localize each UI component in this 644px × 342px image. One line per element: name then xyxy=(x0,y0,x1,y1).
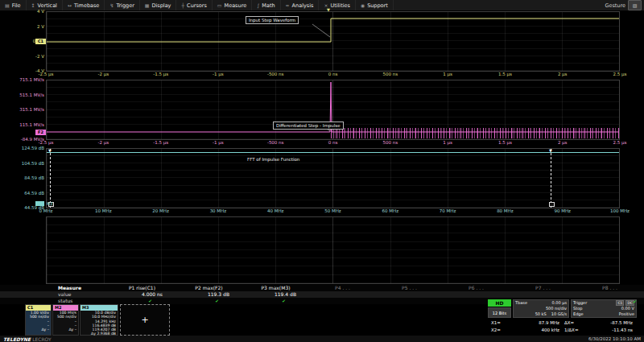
trigger-label: Trigger xyxy=(573,300,587,306)
menu-item-label: Math xyxy=(262,2,275,9)
x-tick-label: 1 µs xyxy=(431,72,464,76)
menu-item[interactable]: ▦ Display xyxy=(140,0,177,10)
x-tick-label: 0 ns xyxy=(317,140,349,145)
cursor-x2-line[interactable]: ▼ xyxy=(50,149,51,208)
c1-trace-label: Input Step Waveform xyxy=(246,16,299,24)
grid3-x-axis: 0 MHz10 MHz20 MHz30 MHz40 MHz50 MHz60 MH… xyxy=(46,208,620,215)
measure-column[interactable]: P1 rise(C1) 4.000 ns ✔ xyxy=(109,285,175,304)
measure-header[interactable]: P6 . . . xyxy=(443,285,510,291)
measure-header[interactable]: P8 . . . xyxy=(576,285,643,291)
trigger-source-badge: C1 xyxy=(616,300,624,306)
cursor-handle-icon[interactable]: ▼ xyxy=(48,148,52,153)
x-tick-label: 2.5 µs xyxy=(604,140,636,145)
measure-column[interactable]: P5 . . . xyxy=(376,285,443,304)
descriptor-c1-title[interactable]: C1 xyxy=(26,305,51,311)
cursor-handle-icon[interactable]: ▼ xyxy=(549,148,552,153)
measure-status-icon: ✔ xyxy=(117,298,184,304)
measure-status-icon xyxy=(317,298,384,304)
cursor-dx-label: ΔX= xyxy=(564,319,574,327)
cursor-x1-label: X1= xyxy=(491,319,501,327)
timebase-descriptor[interactable]: Tbase 0.00 µs 500 ns/div 50 kS 10 GS/s xyxy=(513,299,569,318)
m3-level-marker[interactable] xyxy=(35,201,44,206)
menu-item-label: Trigger xyxy=(116,2,134,9)
menu-item-icon: ↕ xyxy=(31,2,35,8)
measure-column[interactable]: P3 max(M3) 119.4 dB ✔ xyxy=(242,285,309,304)
measure-header[interactable]: P5 . . . xyxy=(376,285,443,291)
measure-status-icon xyxy=(384,298,451,304)
measure-column[interactable]: P2 max(F2) 119.3 dB ✔ xyxy=(175,285,242,304)
trigger-type: Edge xyxy=(573,311,584,317)
measure-column[interactable]: P4 . . . xyxy=(309,285,376,304)
y-tick-label: 64.59 dB xyxy=(24,191,44,196)
menu-item-label: Cursors xyxy=(187,2,207,9)
f2-impulse-trace xyxy=(47,80,619,139)
x-tick-label: 90 MHz xyxy=(547,208,579,213)
tbase-label: Tbase xyxy=(515,300,527,306)
grid-panel-c1: Input Step Waveform xyxy=(46,11,620,72)
tbase-rate: 10 GS/s xyxy=(551,311,567,317)
measure-header[interactable]: P3 max(M3) xyxy=(242,285,309,291)
trigger-level: 0.00 V xyxy=(621,306,634,311)
menu-item[interactable]: ∫ Math xyxy=(252,0,280,10)
status-bar: TELEDYNE LECROY 6/30/2022 10:10:10 AM xyxy=(0,336,644,342)
cursor-handle[interactable] xyxy=(549,202,555,207)
measure-value xyxy=(510,291,576,298)
brand-teledyne: TELEDYNE xyxy=(3,336,31,342)
cursor-x1-value: 87.9 MHz xyxy=(539,319,559,327)
descriptor-line: Δy – xyxy=(26,328,51,332)
menu-item-icon: ∫ xyxy=(257,2,259,8)
cursor-x2-label: X2= xyxy=(491,327,501,334)
menu-item[interactable]: ↯ Trigger xyxy=(105,0,139,10)
hd-mode-badge[interactable]: HD xyxy=(488,299,511,307)
measure-header[interactable]: P4 . . . xyxy=(309,285,376,291)
grid3-y-axis: 124.59 dB104.59 dB84.59 dB64.59 dB44.59 … xyxy=(18,148,44,208)
cursor-x1-line[interactable]: ▼ xyxy=(551,149,551,208)
x-tick-label: 500 ns xyxy=(374,140,407,145)
x-tick-label: 1 µs xyxy=(431,140,464,145)
menu-item[interactable]: ◉ Support xyxy=(356,0,394,10)
menu-item[interactable]: ▤ File xyxy=(0,0,27,10)
menu-item-label: Vertical xyxy=(38,2,57,9)
trigger-descriptor[interactable]: Trigger C1 DC Stop 0.00 V Edge Positive xyxy=(571,299,637,318)
descriptor-c1[interactable]: C1 1.00 V/div500 ns/div––Δy – xyxy=(25,304,52,336)
measure-header[interactable]: P1 rise(C1) xyxy=(109,285,175,291)
c1-level-marker[interactable]: C1 xyxy=(35,39,46,44)
measure-value: 4.000 ns xyxy=(109,291,175,298)
measure-value: 119.3 dB xyxy=(175,291,242,298)
descriptor-m2[interactable]: M2 100 MV/s500 ns/div––Δy – xyxy=(52,304,79,336)
x-tick-label: -1.5 µs xyxy=(145,140,177,145)
menu-item[interactable]: ↔ Timebase xyxy=(63,0,105,10)
descriptor-line: Δy – xyxy=(53,328,78,332)
cursor-invdx-label: 1/ΔX= xyxy=(564,327,579,334)
trigger-slope: Positive xyxy=(619,311,634,317)
x-tick-label: 2 µs xyxy=(547,140,579,145)
gesture-icon[interactable]: ▨ xyxy=(628,0,642,10)
x-tick-label: 20 MHz xyxy=(145,208,177,213)
menu-item[interactable]: ┼ Cursors xyxy=(176,0,212,10)
tbase-scale: 500 ns/div xyxy=(546,306,567,311)
y-tick-label: 4 V xyxy=(37,9,44,14)
f2-level-marker[interactable]: F2 xyxy=(35,130,46,135)
measure-header[interactable]: P2 max(F2) xyxy=(175,285,242,291)
menu-item[interactable]: × Utilities xyxy=(319,0,356,10)
x-tick-label: 50 MHz xyxy=(317,208,349,213)
resolution-badge[interactable]: 12 Bits xyxy=(488,307,511,318)
gesture-label: Gesture xyxy=(605,2,625,9)
descriptor-m3-title[interactable]: M3 xyxy=(80,305,118,311)
descriptor-m2-title[interactable]: M2 xyxy=(53,305,78,311)
measure-value: 119.4 dB xyxy=(242,291,309,298)
descriptor-m3[interactable]: M3 10.0 dB/div10.0 MHz/div14.291 kHz116.… xyxy=(80,304,118,336)
m3-fft-trace xyxy=(47,149,619,208)
add-trace-button[interactable]: + xyxy=(120,304,170,336)
menu-item[interactable]: ▭ Measure xyxy=(213,0,252,10)
menu-item-label: Utilities xyxy=(330,2,349,9)
x-tick-label: 10 MHz xyxy=(87,208,119,213)
x-tick-label: 40 MHz xyxy=(259,208,291,213)
menu-item[interactable]: ↕ Vertical xyxy=(27,0,63,10)
trigger-position-marker[interactable]: ▼ xyxy=(327,7,330,12)
descriptor-line: 500 ns/div xyxy=(53,315,78,319)
menu-item[interactable]: ≈ Analysis xyxy=(281,0,320,10)
measure-header[interactable]: P7 . . . xyxy=(510,285,576,291)
menu-item-label: File xyxy=(12,2,21,9)
x-tick-label: -1 µs xyxy=(202,140,234,145)
